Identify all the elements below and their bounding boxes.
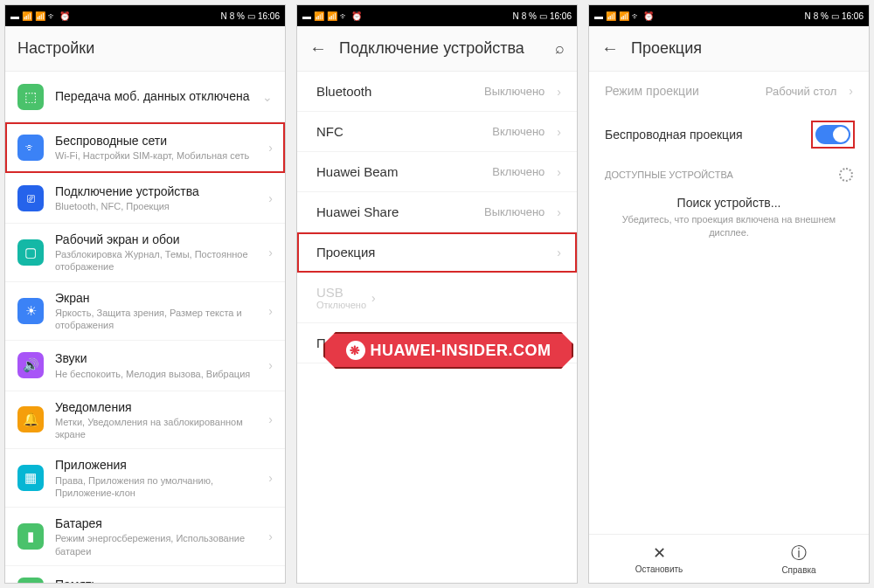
row-status: Выключено bbox=[484, 85, 545, 98]
row-text: УведомленияМетки, Уведомления на заблоки… bbox=[55, 399, 263, 441]
watermark: ❋ HUAWEI-INSIDER.COM bbox=[323, 332, 573, 369]
info-icon: ⓘ bbox=[791, 543, 807, 564]
back-arrow-icon[interactable]: ← bbox=[601, 38, 619, 59]
header: ← Проекция bbox=[589, 26, 869, 72]
status-bar: ▬📶📶ᯤ⏰ N8 %▭16:06 bbox=[5, 5, 285, 26]
projection-content: Режим проекции Рабочий стол › Беспроводн… bbox=[589, 72, 869, 534]
chevron-right-icon: › bbox=[371, 291, 376, 305]
connection-row[interactable]: Huawei ShareВыключено› bbox=[297, 192, 577, 232]
row-icon: ᯤ bbox=[17, 135, 44, 161]
settings-row[interactable]: ◴ПамятьОчистка памяти› bbox=[5, 566, 285, 583]
chevron-right-icon: › bbox=[557, 246, 561, 259]
row-text: БатареяРежим энергосбережения, Использов… bbox=[55, 515, 263, 557]
row-title: Bluetooth bbox=[316, 84, 484, 99]
settings-row[interactable]: ⎚Подключение устройстваBluetooth, NFC, П… bbox=[5, 173, 285, 224]
chevron-icon: › bbox=[268, 141, 273, 155]
row-subtitle: Не беспокоить, Мелодия вызова, Вибрация bbox=[55, 368, 263, 380]
projection-mode-row[interactable]: Режим проекции Рабочий стол › bbox=[589, 72, 869, 110]
chevron-icon: › bbox=[268, 412, 273, 426]
row-title: Звуки bbox=[55, 350, 263, 366]
bottom-toolbar: ✕ Остановить ⓘ Справка bbox=[589, 534, 869, 583]
time: 16:06 bbox=[258, 11, 280, 21]
row-subtitle: Отключено bbox=[316, 300, 366, 310]
settings-row[interactable]: ᯤБеспроводные сетиWi-Fi, Настройки SIM-к… bbox=[5, 122, 285, 173]
row-title: NFC bbox=[316, 124, 492, 139]
row-icon: 🔔 bbox=[17, 406, 44, 432]
chevron-icon: › bbox=[268, 304, 273, 318]
row-title: USB bbox=[316, 285, 366, 300]
row-subtitle: Права, Приложения по умолчанию, Приложен… bbox=[55, 474, 263, 500]
huawei-logo-icon: ❋ bbox=[346, 341, 365, 360]
stop-button[interactable]: ✕ Остановить bbox=[589, 535, 729, 583]
connection-row[interactable]: BluetoothВыключено› bbox=[297, 72, 577, 112]
wireless-projection-toggle[interactable] bbox=[815, 125, 850, 144]
chevron-icon: › bbox=[268, 358, 273, 372]
page-title: Проекция bbox=[631, 39, 702, 58]
settings-row[interactable]: 🔊ЗвукиНе беспокоить, Мелодия вызова, Виб… bbox=[5, 341, 285, 391]
row-title: Подключение устройства bbox=[55, 183, 263, 199]
row-text: Рабочий экран и обоиРазблокировка Журнал… bbox=[55, 232, 263, 273]
connection-row[interactable]: Проекция› bbox=[297, 232, 577, 273]
chevron-right-icon: › bbox=[849, 84, 853, 98]
chevron-icon: › bbox=[268, 471, 273, 485]
header: ← Подключение устройства ⌕ bbox=[297, 26, 577, 72]
row-text: Беспроводные сетиWi-Fi, Настройки SIM-ка… bbox=[55, 133, 263, 162]
close-icon: ✕ bbox=[653, 543, 666, 563]
row-status: Выключено bbox=[484, 205, 545, 218]
settings-row[interactable]: ▮БатареяРежим энергосбережения, Использо… bbox=[5, 508, 285, 566]
chevron-icon: › bbox=[268, 529, 273, 543]
settings-row[interactable]: ▦ПриложенияПрава, Приложения по умолчани… bbox=[5, 449, 285, 508]
row-title: Приложения bbox=[55, 457, 263, 473]
row-status: Включено bbox=[492, 125, 545, 138]
chevron-right-icon: › bbox=[557, 165, 561, 179]
searching-message: Поиск устройств... Убедитесь, что проекц… bbox=[589, 187, 869, 249]
row-text: ПамятьОчистка памяти bbox=[55, 577, 263, 583]
screenshot-1-settings: ▬📶📶ᯤ⏰ N8 %▭16:06 Настройки ⬚Передача моб… bbox=[4, 4, 286, 584]
row-title: Рабочий экран и обои bbox=[55, 232, 263, 247]
connection-row[interactable]: NFCВключено› bbox=[297, 112, 577, 152]
settings-row[interactable]: ▢Рабочий экран и обоиРазблокировка Журна… bbox=[5, 224, 285, 282]
row-title: Память bbox=[55, 577, 263, 583]
row-status: Включено bbox=[492, 165, 545, 178]
row-title: Huawei Beam bbox=[316, 164, 492, 179]
nfc-icon: N bbox=[221, 11, 227, 21]
row-title: Уведомления bbox=[55, 399, 263, 415]
row-title: Huawei Share bbox=[316, 204, 484, 219]
settings-list[interactable]: ⬚Передача моб. данных отключена⌄ᯤБеспров… bbox=[5, 72, 285, 583]
row-text: Подключение устройстваBluetooth, NFC, Пр… bbox=[55, 183, 263, 212]
row-title: Батарея bbox=[55, 515, 263, 531]
row-subtitle: Яркость, Защита зрения, Размер текста и … bbox=[55, 307, 263, 332]
row-icon: ⬚ bbox=[17, 84, 44, 110]
row-text: ПриложенияПрава, Приложения по умолчанию… bbox=[55, 457, 263, 499]
chevron-icon: ⌄ bbox=[262, 90, 273, 104]
search-icon[interactable]: ⌕ bbox=[555, 39, 565, 58]
connection-list[interactable]: BluetoothВыключено›NFCВключено›Huawei Be… bbox=[297, 72, 577, 583]
row-title: Проекция bbox=[316, 245, 551, 259]
chevron-right-icon: › bbox=[557, 125, 561, 139]
page-title: Подключение устройства bbox=[339, 39, 524, 58]
chevron-icon: › bbox=[268, 246, 273, 259]
row-subtitle: Режим энергосбережения, Использование ба… bbox=[55, 532, 263, 557]
row-subtitle: Bluetooth, NFC, Проекция bbox=[55, 200, 263, 212]
row-title: Передача моб. данных отключена bbox=[55, 88, 257, 104]
row-subtitle: Wi-Fi, Настройки SIM-карт, Мобильная сет… bbox=[55, 149, 263, 162]
settings-row[interactable]: ⬚Передача моб. данных отключена⌄ bbox=[5, 72, 285, 122]
row-title: Беспроводные сети bbox=[55, 133, 263, 149]
available-devices-header: ДОСТУПНЫЕ УСТРОЙСТВА bbox=[589, 159, 869, 187]
highlight-box bbox=[813, 122, 853, 147]
back-arrow-icon[interactable]: ← bbox=[309, 38, 327, 59]
wireless-projection-row[interactable]: Беспроводная проекция bbox=[589, 110, 869, 159]
page-title: Настройки bbox=[17, 39, 94, 58]
chevron-icon: › bbox=[268, 191, 273, 205]
settings-row[interactable]: ☀ЭкранЯркость, Защита зрения, Размер тек… bbox=[5, 282, 285, 341]
row-subtitle: Метки, Уведомления на заблокированном эк… bbox=[55, 416, 263, 441]
row-text: Передача моб. данных отключена bbox=[55, 88, 257, 104]
status-bar: ▬📶📶ᯤ⏰ N8 %▭16:06 bbox=[297, 5, 577, 26]
help-button[interactable]: ⓘ Справка bbox=[729, 535, 869, 583]
settings-row[interactable]: 🔔УведомленияМетки, Уведомления на заблок… bbox=[5, 391, 285, 450]
status-bar: ▬📶📶ᯤ⏰ N8 %▭16:06 bbox=[589, 5, 869, 26]
connection-row[interactable]: Huawei BeamВключено› bbox=[297, 152, 577, 192]
row-title: Экран bbox=[55, 290, 263, 306]
row-text: ЗвукиНе беспокоить, Мелодия вызова, Вибр… bbox=[55, 350, 263, 379]
header: Настройки bbox=[5, 26, 285, 72]
